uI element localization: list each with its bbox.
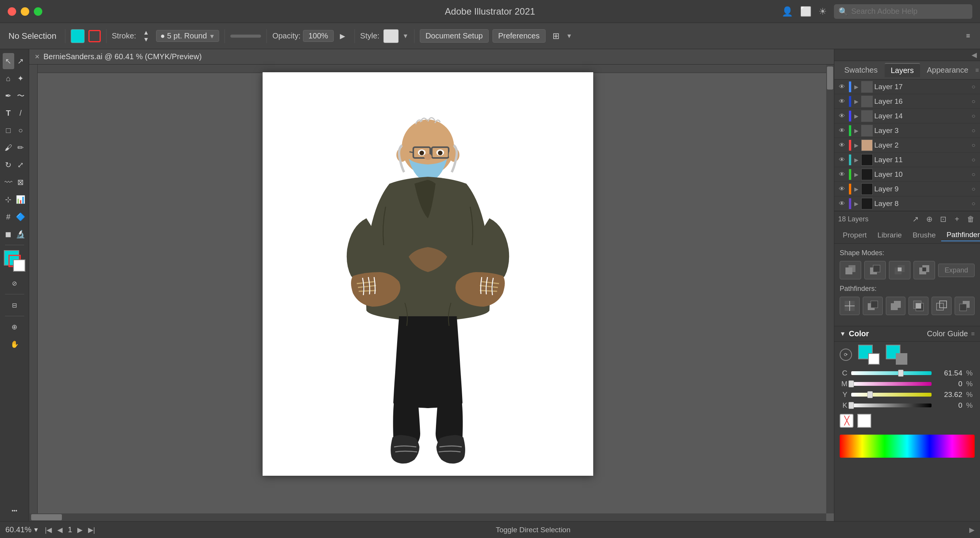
color-box[interactable]: [230, 35, 261, 38]
layer-expand-arrow[interactable]: ▶: [853, 201, 860, 207]
panel-more-icon[interactable]: ≡: [975, 67, 979, 74]
hscrollbar-thumb[interactable]: [31, 514, 62, 520]
layer-row[interactable]: 👁 ▶ Layer 16 ○: [834, 94, 980, 109]
trim-btn[interactable]: [863, 297, 883, 315]
no-color-btn[interactable]: ╳: [840, 414, 854, 428]
layer-visibility-icon[interactable]: 👁: [837, 171, 847, 178]
stroke-dropdown-arrow[interactable]: ▼: [209, 33, 215, 40]
second-preview-swatch[interactable]: [896, 353, 907, 365]
layer-expand-arrow[interactable]: ▶: [853, 142, 860, 148]
arrange-dropdown-arrow[interactable]: ▼: [566, 33, 572, 40]
color-spectrum[interactable]: [840, 435, 975, 458]
document-setup-button[interactable]: Document Setup: [420, 29, 489, 43]
layer-visibility-icon[interactable]: 👁: [837, 83, 847, 90]
delete-layer-btn[interactable]: 🗑: [965, 214, 976, 224]
column-graph-btn[interactable]: 📊: [15, 191, 27, 208]
divide-btn[interactable]: [840, 297, 860, 315]
warp-tool-btn[interactable]: 〰: [3, 174, 14, 190]
artboard[interactable]: [263, 72, 593, 476]
make-mask-btn[interactable]: ⊡: [938, 214, 948, 224]
prev-page-btn[interactable]: ◀: [55, 525, 65, 535]
intersect-btn[interactable]: [889, 261, 910, 279]
layer-visibility-icon[interactable]: 👁: [837, 156, 847, 163]
layer-row[interactable]: 👁 ▶ Layer 2 ○: [834, 138, 980, 153]
layer-visibility-icon[interactable]: 👁: [837, 200, 847, 207]
gradient-tool-btn[interactable]: ◼: [3, 226, 14, 242]
opacity-arrow-btn[interactable]: ▶: [336, 30, 349, 43]
background-color[interactable]: [13, 259, 25, 272]
symbol-tool-btn[interactable]: ⊹: [3, 191, 14, 208]
stroke-icon-toolbar[interactable]: [88, 30, 101, 42]
tab-pathfinder[interactable]: Pathfinder: [941, 229, 980, 241]
layer-row[interactable]: 👁 ▶ Layer 10 ○: [834, 167, 980, 182]
maximize-button[interactable]: [34, 7, 42, 16]
zoom-tool-btn[interactable]: ⊕: [3, 319, 26, 335]
next-page-btn[interactable]: ▶: [75, 525, 85, 535]
panel-expand-icon[interactable]: ◀: [972, 51, 977, 59]
color-fg-bg-swatches[interactable]: [858, 345, 880, 365]
k-slider[interactable]: [851, 404, 932, 407]
eyedropper-btn[interactable]: 🔬: [15, 226, 27, 242]
paintbrush-tool-btn[interactable]: 🖌: [3, 139, 14, 156]
window-icon[interactable]: ⬜: [800, 6, 812, 17]
locate-object-btn[interactable]: ⊕: [924, 214, 935, 224]
more-tools-btn[interactable]: •••: [3, 503, 26, 519]
tab-appearance[interactable]: Appearance: [921, 63, 975, 77]
search-input[interactable]: [851, 7, 968, 16]
style-dropdown-arrow[interactable]: ▼: [403, 33, 409, 40]
mesh-tool-btn[interactable]: #: [3, 209, 14, 225]
selection-tool-btn[interactable]: ↖: [3, 53, 14, 69]
last-page-btn[interactable]: ▶|: [86, 525, 97, 535]
cmyk-icon[interactable]: ⟳: [840, 349, 852, 361]
merge-btn[interactable]: [886, 297, 906, 315]
layer-link-icon[interactable]: ↗: [910, 214, 921, 224]
color-panel-collapse-btn[interactable]: ▼: [840, 330, 846, 337]
tab-properties[interactable]: Propert: [837, 229, 872, 241]
pen-tool-btn[interactable]: ✒: [3, 88, 14, 104]
minus-front-btn[interactable]: [864, 261, 886, 279]
color-panel-more-icon[interactable]: ≡: [971, 330, 975, 337]
layer-visibility-icon[interactable]: 👁: [837, 142, 847, 149]
layer-expand-arrow[interactable]: ▶: [853, 113, 860, 119]
curvature-tool-btn[interactable]: 〜: [15, 88, 27, 104]
layer-row[interactable]: 👁 ▶ Layer 11 ○: [834, 153, 980, 167]
first-page-btn[interactable]: |◀: [43, 525, 54, 535]
vscrollbar-thumb[interactable]: [827, 66, 833, 90]
layer-expand-arrow[interactable]: ▶: [853, 186, 860, 192]
layer-expand-arrow[interactable]: ▶: [853, 84, 860, 90]
shape-builder-btn[interactable]: 🔷: [15, 209, 27, 225]
preferences-button[interactable]: Preferences: [492, 29, 546, 43]
magic-wand-tool-btn[interactable]: ✦: [15, 70, 27, 86]
bg-swatch[interactable]: [868, 353, 880, 365]
layer-visibility-icon[interactable]: 👁: [837, 113, 847, 120]
layer-expand-arrow[interactable]: ▶: [853, 171, 860, 178]
layer-row[interactable]: 👁 ▶ Layer 3 ○: [834, 123, 980, 138]
lasso-tool-btn[interactable]: ⌂: [3, 70, 14, 86]
crop-btn[interactable]: [908, 297, 928, 315]
layer-row[interactable]: 👁 ▶ Layer 8 ○: [834, 196, 980, 211]
brightness-icon[interactable]: ☀: [819, 6, 827, 17]
stroke-width-box[interactable]: ● 5 pt. Round ▼: [156, 30, 219, 42]
color-guide-label[interactable]: Color Guide: [927, 329, 968, 338]
status-forward-btn[interactable]: ▶: [969, 526, 975, 534]
opacity-value-box[interactable]: 100%: [303, 30, 334, 42]
direct-selection-tool-btn[interactable]: ↗: [15, 53, 27, 69]
layer-row[interactable]: 👁 ▶ Layer 14 ○: [834, 109, 980, 123]
arrange-icon[interactable]: ⊞: [549, 30, 562, 43]
pencil-tool-btn[interactable]: ✏: [15, 139, 27, 156]
color-stroke-swatches[interactable]: [886, 345, 907, 365]
layer-visibility-icon[interactable]: 👁: [837, 127, 847, 134]
tab-close-btn[interactable]: ✕: [35, 53, 40, 60]
layer-expand-arrow[interactable]: ▶: [853, 157, 860, 163]
close-button[interactable]: [8, 7, 16, 16]
layer-visibility-icon[interactable]: 👁: [837, 98, 847, 105]
c-slider[interactable]: [851, 371, 932, 375]
layer-row[interactable]: 👁 ▶ Layer 17 ○: [834, 80, 980, 94]
fill-color-swatch[interactable]: [71, 29, 85, 43]
layer-row[interactable]: 👁 ▶ Layer 9 ○: [834, 182, 980, 196]
layer-expand-arrow[interactable]: ▶: [853, 128, 860, 134]
toolbar-expand-icon[interactable]: ≡: [962, 30, 975, 43]
rotate-tool-btn[interactable]: ↻: [3, 157, 14, 173]
expand-button[interactable]: Expand: [938, 264, 975, 277]
user-icon[interactable]: 👤: [782, 6, 793, 17]
